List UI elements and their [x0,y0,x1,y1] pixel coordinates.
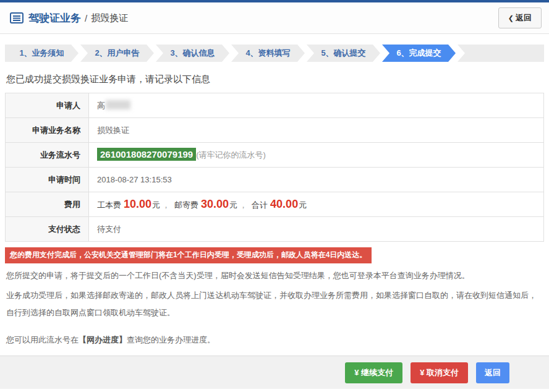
table-row-serial-number: 业务流水号 261001808270079199(请牢记你的流水号) [6,143,544,168]
fee-total-amount: 40.00 [270,198,298,210]
fee-label: 费用 [6,192,89,217]
progress-note-suffix: 查询您的业务办理进度。 [127,335,215,344]
document-list-icon [10,12,23,23]
fee-separator-2: ， [237,200,252,210]
applicant-name: 高 [97,101,105,110]
fee-total-unit: 元 [299,200,307,210]
application-details-table: 申请人 高 申请业务名称 损毁换证 业务流水号 2610018082700791… [5,93,544,242]
step-wizard-filler [457,45,544,62]
fee-item1-amount: 10.00 [124,198,151,210]
success-message: 您已成功提交损毁换证业务申请，请记录以下信息 [6,74,544,85]
chevron-left-icon: ❮ [508,14,514,22]
table-row-applicant: 申请人 高 [6,93,544,118]
back-button-label: 返回 [516,13,532,22]
step-2-user-declaration: 2、用户申告 [80,45,154,62]
fee-item2-unit: 元 [229,200,237,210]
info-paragraph-2: 业务成功受理后，如果选择邮政寄递的，邮政人员将上门送达机动车驾驶证，并收取办理业… [6,287,544,322]
warning-banner: 您的费用支付完成后，公安机关交通管理部门将在1个工作日内受理，受理成功后，邮政人… [5,247,372,263]
return-button[interactable]: 返回 [476,362,509,383]
table-row-apply-time: 申请时间 2018-08-27 13:15:53 [6,168,544,192]
serial-number-label: 业务流水号 [6,143,89,168]
page-subtitle: 损毁换证 [91,12,128,24]
applicant-label: 申请人 [6,93,89,118]
fee-item1-label: 工本费 [97,200,121,210]
payment-status-value: 待支付 [89,217,544,242]
fee-value: 工本费10.00元，邮寄费30.00元，合计40.00元 [89,192,544,217]
apply-time-label: 申请时间 [6,168,89,192]
page-title: 驾驶证业务 [28,11,81,25]
step-4-fill-materials: 4、资料填写 [231,45,305,62]
redacted-name [106,100,130,109]
fee-separator-1: ， [160,200,174,210]
payment-status-label: 支付状态 [6,217,89,242]
applicant-value: 高 [89,93,544,118]
table-row-fee: 费用 工本费10.00元，邮寄费30.00元，合计40.00元 [6,192,544,217]
continue-payment-button[interactable]: ¥ 继续支付 [345,362,402,383]
step-5-confirm-submit: 5、确认提交 [307,45,380,62]
progress-note: 您可以用此流水号在【网办进度】查询您的业务办理进度。 [6,331,544,349]
step-wizard: 1、业务须知 2、用户申告 3、确认信息 4、资料填写 5、确认提交 6、完成提… [5,45,544,62]
header: 驾驶证业务 / 损毁换证 ❮返回 [0,2,549,34]
business-name-label: 申请业务名称 [6,118,89,143]
step-3-confirm-info: 3、确认信息 [156,45,229,62]
fee-total-label: 合计 [252,200,268,210]
step-1-business-notice: 1、业务须知 [5,45,79,62]
breadcrumb-separator: / [85,13,87,23]
serial-number-note: (请牢记你的流水号) [196,150,266,160]
fee-item1-unit: 元 [152,200,160,210]
business-name-value: 损毁换证 [89,118,544,143]
serial-number-badge: 261001808270079199 [97,148,196,161]
progress-menu-reference: 【网办进度】 [79,335,127,344]
cancel-payment-button[interactable]: ¥ 取消支付 [411,362,468,383]
fee-item2-label: 邮寄费 [174,200,198,210]
table-row-business-name: 申请业务名称 损毁换证 [6,118,544,143]
fee-item2-amount: 30.00 [201,198,229,210]
apply-time-value: 2018-08-27 13:15:53 [89,168,544,192]
step-6-complete-submit: 6、完成提交 [382,45,456,62]
progress-note-prefix: 您可以用此流水号在 [6,335,79,344]
footer-action-bar: ¥ 继续支付 ¥ 取消支付 返回 [0,356,549,389]
table-row-payment-status: 支付状态 待支付 [6,217,544,242]
back-button[interactable]: ❮返回 [498,7,542,28]
info-paragraph-1: 您所提交的申请，将于提交后的一个工作日(不含当天)受理，届时会发送短信告知受理结… [6,267,544,284]
serial-number-value: 261001808270079199(请牢记你的流水号) [89,143,544,168]
